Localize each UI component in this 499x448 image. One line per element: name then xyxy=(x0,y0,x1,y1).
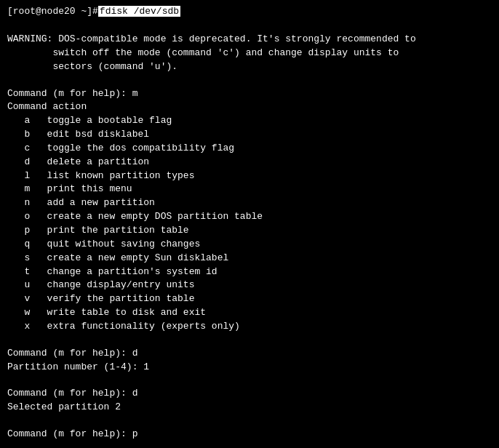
terminal-window: [root@node20 ~]# fdisk /dev/sdb WARNING:… xyxy=(0,0,499,448)
menu-item-d: d delete a partition xyxy=(7,156,492,169)
cmd-action-line: Command action xyxy=(7,100,492,114)
menu-item-l: l list known partition types xyxy=(7,169,492,183)
cmd-m-line: Command (m for help): m xyxy=(7,87,492,101)
cmd-p-line: Command (m for help): p xyxy=(7,428,492,441)
blank-line-1 xyxy=(7,20,492,33)
command-highlight: fdisk /dev/sdb xyxy=(98,6,180,17)
menu-item-v: v verify the partition table xyxy=(7,292,492,306)
menu-item-q: q quit without saving changes xyxy=(7,238,492,252)
warning-line-1: WARNING: DOS-compatible mode is deprecat… xyxy=(7,33,492,47)
cmd-d2-line: Command (m for help): d xyxy=(7,387,492,401)
menu-item-s: s create a new empty Sun disklabel xyxy=(7,252,492,265)
partition-prompt-line: Partition number (1-4): 1 xyxy=(7,361,492,375)
menu-item-x: x extra functionality (experts only) xyxy=(7,320,492,334)
prompt-line: [root@node20 ~]# fdisk /dev/sdb xyxy=(7,6,492,17)
menu-item-t: t change a partition's system id xyxy=(7,265,492,279)
warning-line-2: switch off the mode (command 'c') and ch… xyxy=(7,47,492,60)
menu-item-u: u change display/entry units xyxy=(7,279,492,292)
blank-line-2 xyxy=(7,74,492,87)
cmd-d1-line: Command (m for help): d xyxy=(7,347,492,361)
menu-item-n: n add a new partition xyxy=(7,196,492,210)
menu-item-b: b edit bsd disklabel xyxy=(7,128,492,142)
menu-item-w: w write table to disk and exit xyxy=(7,306,492,320)
menu-item-p: p print the partition table xyxy=(7,224,492,238)
menu-item-m: m print this menu xyxy=(7,183,492,196)
selected-partition-line: Selected partition 2 xyxy=(7,401,492,415)
menu-item-a: a toggle a bootable flag xyxy=(7,114,492,128)
menu-item-c: c toggle the dos compatibility flag xyxy=(7,142,492,156)
blank-line-4 xyxy=(7,374,492,387)
menu-item-o: o create a new empty DOS partition table xyxy=(7,210,492,224)
warning-line-3: sectors (command 'u'). xyxy=(7,60,492,74)
blank-line-3 xyxy=(7,334,492,347)
blank-line-6 xyxy=(7,441,492,448)
prompt-text: [root@node20 ~]# xyxy=(7,6,98,17)
blank-line-5 xyxy=(7,415,492,428)
